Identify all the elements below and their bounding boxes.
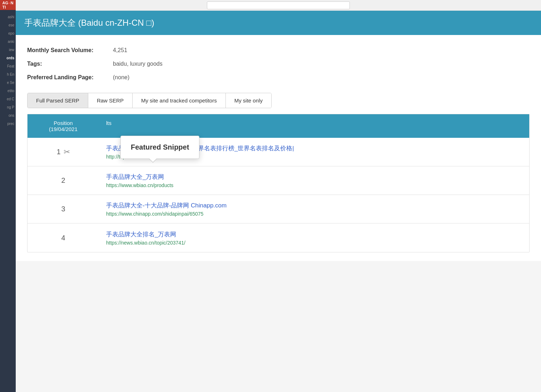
sidebar-item-hen[interactable]: h En [0, 70, 16, 79]
sidebar-item-feat[interactable]: Feat [0, 62, 16, 70]
position-cell-1: 1 ✂ [28, 142, 99, 162]
results-table-header: Position(19/04/2021 lts [28, 114, 529, 138]
sidebar-item-iew[interactable]: iew [0, 46, 16, 54]
position-column-header: Position(19/04/2021 [28, 114, 99, 138]
sidebar-item-prec[interactable]: prec [0, 120, 16, 128]
table-row: 1 ✂ 手表品牌排行榜_手表品牌排名_世界名表排行榜_世界名表排名及价格| ht… [28, 138, 529, 166]
sidebar-item-anki[interactable]: anki [0, 37, 16, 46]
sidebar-item-epo[interactable]: epo [0, 29, 16, 37]
monthly-search-volume-value: 4,251 [113, 44, 530, 57]
featured-snippet-label: Featured Snippet [131, 143, 189, 151]
tab-my-site-tracked[interactable]: My site and tracked competitors [133, 93, 226, 108]
result-cell-4: 手表品牌大全排名_万表网 https://news.wbiao.cn/topic… [99, 225, 529, 251]
result-cell-3: 手表品牌大全-十大品牌-品牌网 Chinapp.com https://www.… [99, 196, 529, 222]
logo-text: AG●NTI [2, 1, 13, 9]
result-url-3[interactable]: https://www.chinapp.com/shidapinpai/6507… [106, 211, 522, 217]
position-cell-3: 3 [28, 199, 99, 219]
scissors-icon: ✂ [64, 147, 70, 157]
preferred-landing-page-label: Preferred Landing Page: [27, 71, 113, 84]
panel-header: 手表品牌大全 (Baidu cn-ZH-CN □) [16, 11, 541, 35]
result-cell-2: 手表品牌大全_万表网 https://www.wbiao.cn/products [99, 167, 529, 194]
sidebar-item-ords[interactable]: ords [0, 54, 16, 62]
position-cell-2: 2 [28, 171, 99, 190]
tab-raw-serp[interactable]: Raw SERP [88, 93, 133, 108]
table-row: 4 手表品牌大全排名_万表网 https://news.wbiao.cn/top… [28, 223, 529, 252]
tab-bar: Full Parsed SERP Raw SERP My site and tr… [27, 93, 272, 108]
table-row: 2 手表品牌大全_万表网 https://www.wbiao.cn/produc… [28, 166, 529, 195]
position-number-1: 1 [56, 148, 60, 156]
panel-content: Monthly Search Volume: 4,251 Tags: baidu… [16, 35, 541, 261]
table-row: 3 手表品牌大全-十大品牌-品牌网 Chinapp.com https://ww… [28, 195, 529, 223]
results-container: Featured Snippet Position(19/04/2021 lts… [27, 114, 530, 252]
sidebar-item-ngp[interactable]: ng P [0, 103, 16, 111]
tab-full-parsed-serp[interactable]: Full Parsed SERP [28, 93, 88, 108]
panel-title: 手表品牌大全 (Baidu cn-ZH-CN □) [24, 17, 532, 29]
main-content: 手表品牌大全 (Baidu cn-ZH-CN □) Monthly Search… [16, 0, 541, 392]
featured-snippet-tooltip: Featured Snippet [120, 136, 199, 159]
sidebar-nav: ashi ese epo anki iew ords Feat h En e S… [0, 13, 16, 128]
sidebar-logo: AG●NTI [0, 0, 16, 10]
position-number-4: 4 [61, 234, 65, 242]
sidebar-item-etito[interactable]: etito [0, 87, 16, 95]
sidebar-item-ese2[interactable]: e Se [0, 79, 16, 87]
preferred-landing-page-value: (none) [113, 71, 530, 84]
sidebar: AG●NTI ashi ese epo anki iew ords Feat h… [0, 0, 16, 392]
results-column-header: lts [99, 114, 529, 138]
result-title-3[interactable]: 手表品牌大全-十大品牌-品牌网 Chinapp.com [106, 201, 522, 210]
position-cell-4: 4 [28, 228, 99, 248]
position-number-2: 2 [61, 176, 65, 185]
monthly-search-volume-label: Monthly Search Volume: [27, 44, 113, 57]
sidebar-item-edc[interactable]: ed C [0, 95, 16, 103]
tab-my-site-only[interactable]: My site only [226, 93, 271, 108]
panel-title-text: 手表品牌大全 (Baidu cn-ZH-CN □) [24, 17, 154, 29]
sidebar-item-ese[interactable]: ese [0, 21, 16, 29]
sidebar-item-ashi[interactable]: ashi [0, 13, 16, 21]
result-title-2[interactable]: 手表品牌大全_万表网 [106, 173, 522, 181]
tags-value: baidu, luxury goods [113, 57, 530, 71]
result-url-2[interactable]: https://www.wbiao.cn/products [106, 182, 522, 188]
tooltip-arrow [149, 159, 157, 162]
tags-label: Tags: [27, 57, 113, 71]
top-nav [16, 0, 541, 11]
result-title-4[interactable]: 手表品牌大全排名_万表网 [106, 230, 522, 238]
search-input[interactable] [207, 1, 350, 9]
result-url-4[interactable]: https://news.wbiao.cn/topic/203741/ [106, 240, 522, 246]
sidebar-item-ons[interactable]: ons [0, 111, 16, 120]
position-number-3: 3 [61, 205, 65, 213]
info-grid: Monthly Search Volume: 4,251 Tags: baidu… [27, 44, 530, 84]
